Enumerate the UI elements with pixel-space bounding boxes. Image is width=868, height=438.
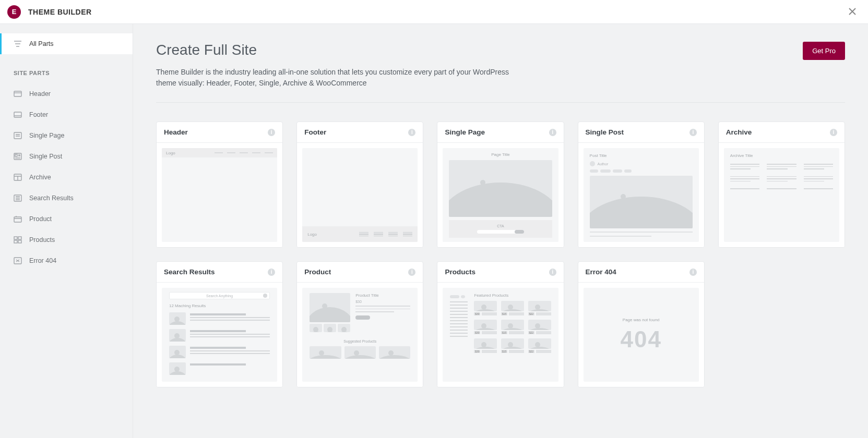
wf-product-price: $30 <box>355 300 410 303</box>
page-description: Theme Builder is the industry leading al… <box>156 67 521 89</box>
info-icon[interactable]: i <box>689 269 697 276</box>
wf-author-label: Author <box>598 162 609 166</box>
wf-price: $15 <box>501 331 507 334</box>
card-title: Footer <box>304 128 326 136</box>
wf-suggested-label: Suggested Products <box>310 339 410 343</box>
info-icon[interactable]: i <box>830 129 837 136</box>
info-icon[interactable]: i <box>268 269 275 276</box>
divider <box>156 102 845 103</box>
wf-featured-label: Featured Products <box>474 293 551 298</box>
svg-rect-1 <box>14 112 21 117</box>
app-logo: E <box>7 5 21 19</box>
svg-rect-11 <box>18 240 21 243</box>
wf-404-code: 404 <box>620 326 661 352</box>
main-content: Create Full Site Theme Builder is the in… <box>133 24 868 438</box>
info-icon[interactable]: i <box>689 129 697 136</box>
wf-post-title: Post Title <box>590 153 693 158</box>
sidebar-item-header[interactable]: Header <box>0 83 133 104</box>
wf-404-message: Page was not found <box>623 318 660 322</box>
card-error-404[interactable]: Error 404i Page was not found 404 <box>578 261 705 387</box>
post-icon <box>14 153 22 160</box>
card-title: Single Post <box>586 128 624 136</box>
svg-rect-2 <box>14 132 21 139</box>
top-bar: E THEME BUILDER <box>0 0 868 24</box>
info-icon[interactable]: i <box>549 269 556 276</box>
sidebar-item-footer[interactable]: Footer <box>0 104 133 125</box>
card-archive[interactable]: Archivei Archive Title <box>718 121 845 248</box>
page-title: Create Full Site <box>156 42 521 58</box>
logo-letter: E <box>12 8 17 16</box>
card-title: Product <box>304 268 331 276</box>
archive-icon <box>14 174 22 181</box>
wf-search-results-count: 12 Maching Results <box>169 303 270 308</box>
card-title: Search Results <box>164 268 215 276</box>
product-icon <box>14 215 22 223</box>
filter-icon <box>14 40 22 47</box>
info-icon[interactable]: i <box>408 269 415 276</box>
sidebar-item-label: Footer <box>29 111 48 118</box>
svg-rect-10 <box>14 240 17 243</box>
get-pro-button[interactable]: Get Pro <box>803 42 845 60</box>
sidebar-item-label: Products <box>29 236 55 244</box>
card-title: Header <box>164 128 188 136</box>
sidebar-item-label: Product <box>29 215 52 223</box>
svg-rect-7 <box>14 217 21 222</box>
sidebar-section-label: SITE PARTS <box>0 54 133 83</box>
products-icon <box>14 236 22 244</box>
card-single-post[interactable]: Single Posti Post Title Author <box>578 121 705 248</box>
info-icon[interactable]: i <box>408 129 415 136</box>
close-icon <box>848 7 857 16</box>
card-product[interactable]: Producti Product Title $30 Suggested Pro… <box>296 261 423 387</box>
sidebar-all-parts[interactable]: All Parts <box>0 33 133 54</box>
wf-price: $15 <box>501 312 507 315</box>
sidebar-item-label: Archive <box>29 174 51 181</box>
sidebar-item-search-results[interactable]: Search Results <box>0 188 133 209</box>
info-icon[interactable]: i <box>549 129 556 136</box>
page-icon <box>14 132 22 139</box>
wf-page-title: Page Title <box>449 152 552 157</box>
sidebar-item-label: Single Page <box>29 132 64 139</box>
wf-price: $22 <box>528 312 534 315</box>
card-search-results[interactable]: Search Resultsi Search Anything 12 Machi… <box>156 261 283 387</box>
card-title: Single Page <box>445 128 485 136</box>
wf-archive-title: Archive Title <box>730 153 833 158</box>
svg-rect-8 <box>14 237 17 239</box>
card-products[interactable]: Productsi Featured Products $30 $15 $22 … <box>437 261 564 387</box>
sidebar-item-single-page[interactable]: Single Page <box>0 125 133 146</box>
sidebar-item-label: Header <box>29 90 51 98</box>
svg-rect-9 <box>18 237 21 239</box>
info-icon[interactable]: i <box>268 129 275 136</box>
card-footer[interactable]: Footeri Logo <box>296 121 423 248</box>
sidebar-item-label: Single Post <box>29 153 62 160</box>
wf-price: $30 <box>474 350 480 353</box>
sidebar-item-error-404[interactable]: Error 404 <box>0 250 133 271</box>
card-single-page[interactable]: Single Pagei Page Title CTA <box>437 121 564 248</box>
svg-rect-4 <box>15 154 17 156</box>
sidebar-item-products[interactable]: Products <box>0 229 133 250</box>
card-title: Error 404 <box>586 268 616 276</box>
sidebar-item-archive[interactable]: Archive <box>0 167 133 188</box>
sidebar-item-label: Search Results <box>29 194 74 202</box>
error-icon <box>14 257 22 264</box>
svg-rect-0 <box>14 91 21 96</box>
sidebar-all-parts-label: All Parts <box>29 40 54 47</box>
close-button[interactable] <box>844 3 861 21</box>
wf-product-title: Product Title <box>355 293 410 298</box>
wf-price: $22 <box>528 350 534 353</box>
app-title: THEME BUILDER <box>28 8 92 16</box>
wf-price: $30 <box>474 312 480 315</box>
search-results-icon <box>14 194 22 202</box>
wf-price: $15 <box>501 350 507 353</box>
card-header[interactable]: Headeri Logo <box>156 121 283 248</box>
wf-price: $30 <box>474 331 480 334</box>
sidebar-item-single-post[interactable]: Single Post <box>0 146 133 167</box>
wf-logo-label: Logo <box>307 232 317 237</box>
card-title: Products <box>445 268 475 276</box>
sidebar-item-label: Error 404 <box>29 257 56 264</box>
header-icon <box>14 90 22 98</box>
wf-cta-label: CTA <box>497 224 504 228</box>
sidebar-item-product[interactable]: Product <box>0 209 133 229</box>
card-title: Archive <box>726 128 752 136</box>
wf-logo-label: Logo <box>166 151 175 155</box>
wf-search-placeholder: Search Anything <box>169 292 270 299</box>
